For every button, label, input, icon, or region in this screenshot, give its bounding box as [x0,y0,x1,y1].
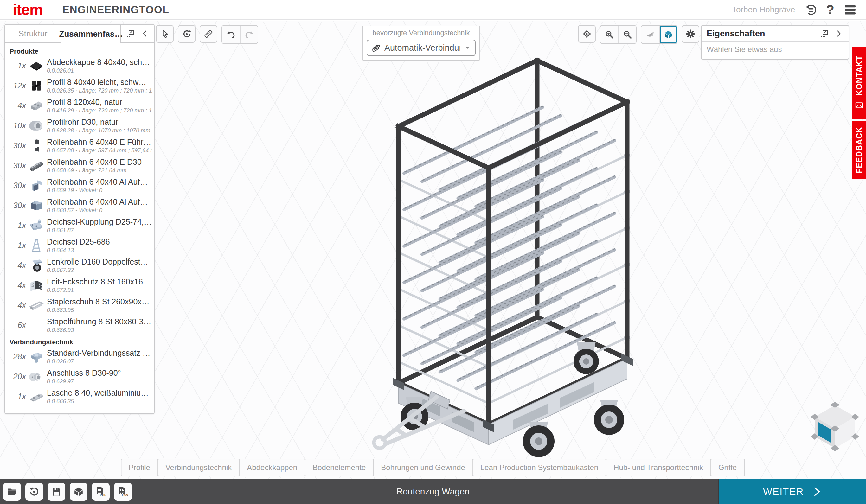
project-name: Routenzug Wagen [397,486,469,497]
properties-panel: Eigenschaften Wählen Sie etwas aus [701,25,849,59]
wheel-mid [574,342,599,374]
settings-button[interactable] [681,25,699,43]
wheel-right [594,400,624,435]
measure-tool-button[interactable] [200,25,218,43]
part-sub: 0.0.026.35 - Länge: 720 mm ; 720 mm ; 11… [47,87,152,94]
brand-logo[interactable]: item [13,1,43,18]
category-tab-profile[interactable]: Profile [121,459,158,477]
zoom-in-button[interactable] [600,26,618,43]
cube-icon [74,486,84,497]
tube-icon [26,119,47,133]
part-qty: 1x [5,241,26,250]
part-row[interactable]: 4x Profil 8 120x40, natur0.0.416.29 - Lä… [5,96,154,116]
part-row[interactable]: 30x Rollenbahn 6 40x40 E D300.0.658.69 -… [5,156,154,176]
part-row[interactable]: 4x Leit-Eckschutz 8 St 160x16…0.0.672.91 [5,275,154,295]
plate-icon [26,389,47,404]
user-name: Torben Hohgräve [732,5,795,14]
part-qty: 10x [5,121,26,130]
undo-button[interactable] [222,26,240,43]
part-sub: 0.0.661.87 [47,227,152,234]
part-qty: 30x [5,141,26,150]
connector-icon [26,369,47,384]
part-row[interactable]: 4x Lenkrolle D160 Doppelfest…0.0.667.32 [5,255,154,275]
fastener-icon [26,349,47,364]
weiter-button[interactable]: WEITER [718,479,866,504]
part-sub: 0.0.416.29 - Länge: 720 mm ; 720 mm ; 12… [47,108,152,114]
part-row[interactable]: 30x Rollenbahn 6 40x40 E Führ…0.0.657.88… [5,136,154,156]
category-tab-lean-production[interactable]: Lean Production Systembaukasten [473,459,606,477]
connection-label: bevorzugte Verbindungstechnik [367,29,476,37]
view-2d-button[interactable] [641,26,659,43]
part-row[interactable]: 4x Staplerschuh 8 St 260x90x…0.0.683.95 [5,295,154,315]
center-view-button[interactable] [578,25,596,43]
part-row[interactable]: 28x Standard-Verbindungssatz …0.0.026.07 [5,347,154,367]
properties-placeholder[interactable]: Wählen Sie etwas aus [701,42,848,57]
part-row[interactable]: 12x Profil 8 40x40 leicht, schw…0.0.026.… [5,76,154,96]
history-icon[interactable] [804,4,817,16]
category-tab-griffe[interactable]: Griffe [710,459,745,477]
bottom-toolbar: PDF CSV Routenzug Wagen WEITER [0,479,866,504]
part-row[interactable]: 1x Deichsel D25-6860.0.664.13 [5,235,154,255]
drawbar-icon [26,238,47,253]
zoom-group [600,25,636,44]
reset-button[interactable] [25,483,43,501]
part-sub: 0.0.666.35 [47,398,152,405]
part-row[interactable]: 1x Deichsel-Kupplung D25-74,…0.0.661.87 [5,215,154,235]
part-name: Leit-Eckschutz 8 St 160x16… [47,277,152,287]
export-3d-button[interactable] [70,483,87,501]
view-3d-button[interactable] [659,26,677,43]
contact-tab-label: KONTAKT [855,55,864,96]
zoom-out-button[interactable] [618,26,636,43]
canvas-toolbar-right [578,25,699,44]
tab-struktur[interactable]: Struktur [5,25,62,43]
gear-icon [686,29,695,38]
coupling-icon [26,218,47,233]
pdf-label: PDF [100,494,106,497]
part-row[interactable]: 1x Abdeckkappe 8 40x40, sch…0.0.026.01 [5,56,154,76]
category-tab-hub-transport[interactable]: Hub- und Transporttechnik [606,459,711,477]
undo-icon [226,30,236,39]
corner-guard-icon [26,278,47,293]
part-row[interactable]: 10x Profilrohr D30, natur0.0.628.28 - Lä… [5,116,154,136]
rotate-tool-button[interactable] [178,25,196,43]
cursor-icon [160,29,169,38]
popout-icon[interactable] [819,29,829,38]
category-tab-abdeckkappen[interactable]: Abdeckkappen [239,459,305,477]
part-row[interactable]: 20x Anschluss 8 D30-90°0.0.629.97 [5,367,154,387]
part-row[interactable]: 1x Lasche 8 40, weißaluminiu…0.0.666.35 [5,387,154,406]
part-row[interactable]: 30x Rollenbahn 6 40x40 Al Auf…0.0.660.57… [5,195,154,215]
connection-select[interactable]: Automatik-Verbindungssatz [367,40,476,56]
popout-icon[interactable] [125,29,135,38]
part-row[interactable]: 30x Rollenbahn 6 40x40 Al Auf…0.0.659.19… [5,176,154,195]
part-name: Deichsel D25-686 [47,237,152,246]
part-sub: 0.0.660.57 - Winkel: 0 [47,207,152,214]
part-qty: 30x [5,161,26,170]
screw-icon [371,43,381,53]
part-sub: 0.0.026.01 [47,67,152,74]
connection-panel: bevorzugte Verbindungstechnik Automatik-… [362,26,480,60]
select-tool-button[interactable] [156,25,174,43]
open-project-button[interactable] [3,483,21,501]
view-cube[interactable] [805,400,865,454]
part-qty: 30x [5,201,26,210]
chevron-left-icon[interactable] [140,29,149,38]
help-icon[interactable]: ? [826,3,834,16]
category-tab-verbindungstechnik[interactable]: Verbindungstechnik [157,459,240,477]
parts-panel-actions [121,25,154,43]
chevron-right-icon[interactable] [834,29,844,38]
save-button[interactable] [47,483,65,501]
part-row[interactable]: 6x Stapelführung 8 St 80x80-3…0.0.686.93 [5,315,154,335]
tab-zusammenfassung[interactable]: Zusammenfas… [62,25,121,43]
feedback-tab[interactable]: FEEDBACK [852,121,866,179]
category-tab-bodenelemente[interactable]: Bodenelemente [304,459,374,477]
export-csv-button[interactable]: CSV [114,483,132,501]
menu-icon[interactable] [844,4,856,15]
csv-label: CSV [122,494,128,497]
part-name: Anschluss 8 D30-90° [47,368,152,378]
section-title-produkte: Produkte [10,47,154,55]
redo-button[interactable] [240,26,258,43]
category-tab-bohrungen[interactable]: Bohrungen und Gewinde [373,459,473,477]
part-name: Profilrohr D30, natur [47,117,152,127]
export-pdf-button[interactable]: PDF [92,483,110,501]
contact-tab[interactable]: KONTAKT [852,47,866,119]
